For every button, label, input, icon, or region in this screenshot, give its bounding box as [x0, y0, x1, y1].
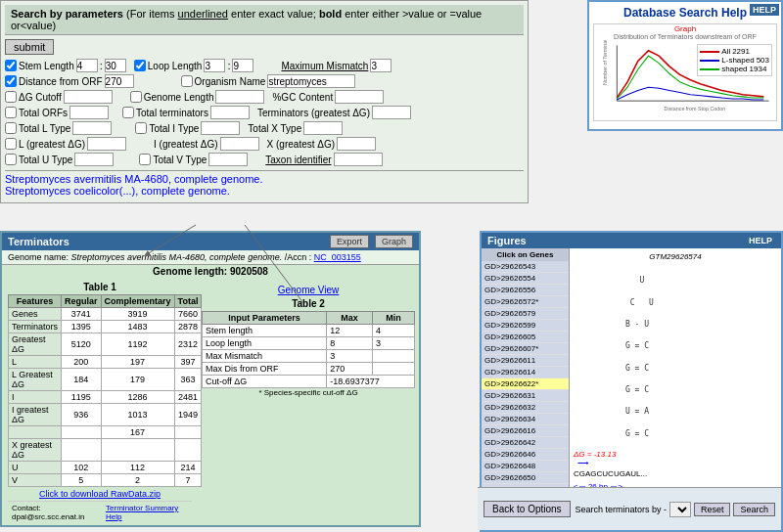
genome-length-input[interactable] — [215, 90, 264, 104]
distance-orf-checkbox[interactable] — [5, 75, 17, 87]
search-panel: Search by parameters (For items underlin… — [0, 0, 529, 203]
i-greatest-dg-input[interactable] — [220, 137, 259, 151]
col-min: Min — [373, 312, 415, 325]
total-v-type-label: Total V Type — [153, 155, 207, 165]
genome-name-value: Streptomyces avermitilis MA-4680, comple… — [71, 252, 283, 262]
submit-button[interactable]: submit — [5, 39, 54, 55]
stem-length-max-input[interactable] — [105, 59, 126, 72]
taxon-input[interactable] — [334, 153, 383, 166]
gene-item[interactable]: GD>29626650 — [482, 472, 569, 484]
gene-item[interactable]: GD>29626632 — [482, 402, 569, 414]
max-mismatch-row: Maximum Mismatch — [281, 59, 392, 72]
table-row: Max Mismatch3 — [203, 350, 415, 363]
organism-name-input[interactable] — [267, 74, 355, 88]
contact-text: Contact: dpal@src.scc.enat.in — [12, 504, 106, 521]
col-complementary: Complementary — [101, 295, 174, 308]
terminator-summary-help-link[interactable]: Terminator Summary Help — [106, 504, 188, 521]
total-orfs-checkbox[interactable] — [5, 107, 17, 118]
total-terminators-checkbox[interactable] — [122, 107, 134, 118]
total-orfs-input[interactable] — [69, 106, 109, 119]
selected-gene-id: GTM29626574 — [574, 252, 777, 261]
total-x-type-row: Total X Type — [248, 121, 343, 135]
total-i-type-input[interactable] — [201, 121, 240, 135]
gene-item-selected[interactable]: GD>29626622* — [482, 378, 569, 390]
gene-item[interactable]: GD>29626634 — [482, 414, 569, 425]
figures-help-label: HELP — [746, 235, 775, 246]
dg-cutoff-input[interactable] — [64, 90, 113, 104]
taxon-row: Taxon identifier — [265, 153, 382, 166]
max-mismatch-label: Maximum Mismatch — [281, 61, 368, 71]
help-label-badge: HELP — [750, 4, 779, 16]
graph-button[interactable]: Graph — [375, 235, 413, 248]
genome-length-row: Genome Length — [130, 90, 265, 104]
x-greatest-dg-input[interactable] — [337, 137, 376, 151]
gc-content-input[interactable] — [335, 90, 384, 104]
stem-length-min-input[interactable] — [76, 59, 98, 72]
table-row: Cut-off ΔG-18.6937377 — [203, 376, 415, 388]
total-x-type-input[interactable] — [303, 121, 343, 135]
total-terminators-input[interactable] — [210, 106, 250, 119]
gene-item[interactable]: GD>29626616 — [482, 425, 569, 437]
gene-item[interactable]: GD>29626599 — [482, 320, 569, 332]
gene-item[interactable]: GD>29626572* — [482, 296, 569, 308]
gene-item[interactable]: GD>29626631 — [482, 390, 569, 402]
svg-text:Distance from Stop Codon: Distance from Stop Codon — [665, 106, 726, 111]
total-i-type-row: Total I Type — [135, 121, 240, 135]
arrow-forward: ⟶ — [574, 459, 777, 467]
dg-cutoff-checkbox[interactable] — [5, 91, 17, 103]
gene-item[interactable]: GD>29626579 — [482, 308, 569, 320]
organism-item-2[interactable]: Streptomyces coelicolor(...), complete g… — [5, 185, 524, 197]
loop-length-checkbox[interactable] — [134, 60, 146, 71]
reset-button[interactable]: Reset — [694, 503, 731, 516]
export-button[interactable]: Export — [330, 235, 369, 248]
legend-all: All 2291 — [700, 47, 769, 56]
table-row: Genes374139197660 — [9, 308, 202, 321]
loop-length-min-input[interactable] — [204, 59, 225, 72]
max-mismatch-input[interactable] — [370, 59, 392, 72]
search-terminators-select[interactable] — [669, 502, 691, 517]
term-greatest-dg-input[interactable] — [372, 106, 411, 119]
total-u-type-row: Total U Type — [5, 153, 114, 166]
gene-item[interactable]: GD>29626554 — [482, 273, 569, 285]
search-terminators-area: Search terminators by - Reset Search — [575, 502, 775, 517]
genome-length-checkbox[interactable] — [130, 91, 142, 103]
legend-shaped: shaped 1934 — [700, 65, 769, 73]
terminators-header: Terminators Export Graph — [2, 233, 419, 250]
back-to-options-button[interactable]: Back to Options — [484, 501, 571, 517]
gene-item[interactable]: GD>29626556 — [482, 285, 569, 296]
distance-orf-input[interactable] — [105, 74, 134, 88]
organism-item-1[interactable]: Streptomyces avermitilis MA-4680, comple… — [5, 173, 524, 185]
gene-item[interactable]: GD>29626648 — [482, 461, 569, 472]
total-l-type-checkbox[interactable] — [5, 122, 17, 134]
gene-item[interactable]: GD>29626607* — [482, 343, 569, 355]
stem-length-checkbox[interactable] — [5, 60, 17, 71]
genome-view-link[interactable]: Genome View — [202, 285, 415, 295]
gene-item[interactable]: GD>29626543 — [482, 261, 569, 273]
total-l-type-label: Total L Type — [19, 123, 70, 134]
gene-item[interactable]: GD>29626611 — [482, 355, 569, 367]
download-rawdata-link[interactable]: Click to download RawData.zip — [8, 489, 192, 499]
l-greatest-dg-input[interactable] — [87, 137, 126, 151]
gene-item[interactable]: GD>29626605 — [482, 332, 569, 343]
total-u-type-input[interactable] — [74, 153, 114, 166]
l-greatest-dg-checkbox[interactable] — [5, 138, 17, 150]
figures-content: Click on Genes GD>29626543 GD>29626554 G… — [482, 248, 781, 503]
search-button-2[interactable]: Search — [733, 503, 775, 516]
figures-title: Figures — [487, 235, 527, 246]
gene-item[interactable]: GD>29626646 — [482, 449, 569, 461]
gene-item[interactable]: GD>29626614 — [482, 367, 569, 378]
total-i-type-checkbox[interactable] — [135, 122, 147, 134]
stem-length-row: Stem Length : — [5, 59, 126, 72]
total-v-type-checkbox[interactable] — [139, 154, 151, 165]
organism-name-checkbox[interactable] — [181, 75, 193, 87]
table-row: X greatest ΔG — [9, 439, 202, 462]
accession-link[interactable]: NC_003155 — [314, 252, 361, 262]
loop-length-max-input[interactable] — [232, 59, 253, 72]
total-l-type-row: Total L Type — [5, 121, 112, 135]
gene-item[interactable]: GD>29626642 — [482, 437, 569, 449]
total-u-type-checkbox[interactable] — [5, 154, 17, 165]
total-orfs-row: Total ORFs — [5, 106, 109, 119]
total-v-type-input[interactable] — [208, 153, 248, 166]
total-l-type-input[interactable] — [72, 121, 112, 135]
l-greatest-dg-label: L (greatest ΔG) — [19, 139, 85, 150]
